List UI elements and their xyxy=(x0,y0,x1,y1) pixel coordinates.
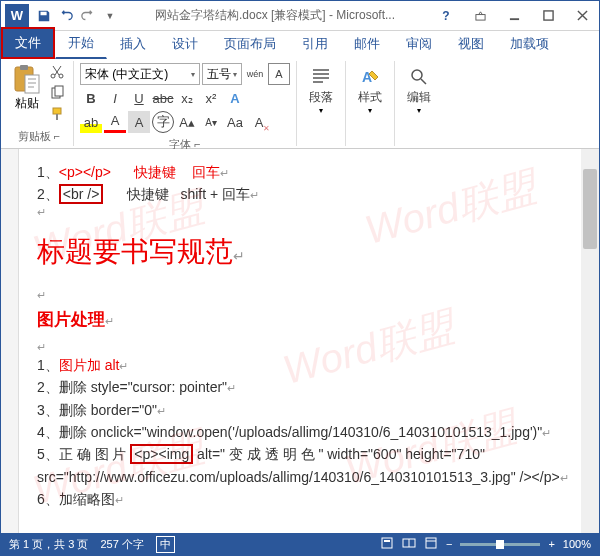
doc-line: 6、加缩略图↵ xyxy=(37,488,563,510)
paragraph-button[interactable]: 段落▾ xyxy=(303,63,339,117)
tab-insert[interactable]: 插入 xyxy=(107,29,159,59)
svg-rect-9 xyxy=(55,86,63,96)
svg-rect-4 xyxy=(20,65,28,70)
zoom-out-icon[interactable]: − xyxy=(446,538,452,550)
para-mark: ↵ xyxy=(37,206,563,219)
maximize-icon[interactable] xyxy=(531,5,565,27)
clear-format-button[interactable]: A✕ xyxy=(248,111,270,133)
styles-icon: A xyxy=(358,65,382,89)
svg-point-7 xyxy=(59,74,63,78)
paste-button[interactable]: 粘贴 xyxy=(11,63,43,123)
format-painter-icon[interactable] xyxy=(47,105,67,123)
svg-rect-15 xyxy=(384,540,390,542)
doc-line: 2、删除 style="cursor: pointer"↵ xyxy=(37,376,563,398)
char-border-button[interactable]: A xyxy=(268,63,290,85)
doc-heading: 标题要书写规范↵ xyxy=(37,233,563,271)
ribbon-tabs: 文件 开始 插入 设计 页面布局 引用 邮件 审阅 视图 加载项 xyxy=(1,31,599,59)
font-color-button[interactable]: A xyxy=(104,111,126,133)
svg-point-6 xyxy=(51,74,55,78)
cut-icon[interactable] xyxy=(47,63,67,81)
qa-undo-icon[interactable] xyxy=(55,5,77,27)
text-effects-button[interactable]: A xyxy=(224,87,246,109)
tab-layout[interactable]: 页面布局 xyxy=(211,29,289,59)
scrollbar-vertical[interactable] xyxy=(581,149,599,533)
qa-redo-icon[interactable] xyxy=(77,5,99,27)
doc-subheading: 图片处理↵ xyxy=(37,308,563,331)
superscript-button[interactable]: x² xyxy=(200,87,222,109)
zoom-level[interactable]: 100% xyxy=(563,538,591,550)
tab-references[interactable]: 引用 xyxy=(289,29,341,59)
tab-home[interactable]: 开始 xyxy=(55,28,107,59)
font-name-combo[interactable]: 宋体 (中文正文)▾ xyxy=(80,63,200,85)
svg-point-13 xyxy=(412,70,422,80)
bold-button[interactable]: B xyxy=(80,87,102,109)
svg-rect-1 xyxy=(509,18,518,20)
copy-icon[interactable] xyxy=(47,84,67,102)
group-clipboard: 粘贴 剪贴板 ⌐ xyxy=(5,61,74,146)
tab-design[interactable]: 设计 xyxy=(159,29,211,59)
help-icon[interactable]: ? xyxy=(429,5,463,27)
qa-dropdown-icon[interactable]: ▼ xyxy=(99,5,121,27)
tab-file[interactable]: 文件 xyxy=(1,27,55,59)
group-editing: 编辑▾ xyxy=(395,61,443,146)
svg-rect-0 xyxy=(475,15,484,20)
grow-font-button[interactable]: A▴ xyxy=(176,111,198,133)
underline-button[interactable]: U xyxy=(128,87,150,109)
svg-rect-17 xyxy=(426,538,436,548)
doc-line: 4、删除 onclick="window.open('/uploads/alli… xyxy=(37,421,563,443)
group-styles: A 样式▾ xyxy=(346,61,395,146)
svg-rect-10 xyxy=(53,108,61,114)
styles-button[interactable]: A 样式▾ xyxy=(352,63,388,117)
editing-button[interactable]: 编辑▾ xyxy=(401,63,437,117)
change-case-button[interactable]: Aa xyxy=(224,111,246,133)
highlight-button[interactable]: ab xyxy=(80,111,102,133)
ruler-vertical[interactable] xyxy=(1,149,19,533)
document-body[interactable]: 1、<p></p> 快捷键 回车↵ 2、<br /> 快捷键 shift + 回… xyxy=(19,149,581,533)
svg-rect-5 xyxy=(25,75,39,93)
tab-review[interactable]: 审阅 xyxy=(393,29,445,59)
status-bar: 第 1 页，共 3 页 257 个字 中 − + 100% xyxy=(1,533,599,555)
close-icon[interactable] xyxy=(565,5,599,27)
tab-view[interactable]: 视图 xyxy=(445,29,497,59)
app-icon: W xyxy=(5,4,29,28)
group-paragraph: 段落▾ xyxy=(297,61,346,146)
tab-addins[interactable]: 加载项 xyxy=(497,29,562,59)
shrink-font-button[interactable]: A▾ xyxy=(200,111,222,133)
zoom-in-icon[interactable]: + xyxy=(548,538,554,550)
zoom-slider[interactable] xyxy=(460,543,540,546)
svg-rect-11 xyxy=(56,114,58,120)
char-shading-button[interactable]: A xyxy=(128,111,150,133)
scroll-thumb[interactable] xyxy=(583,169,597,249)
minimize-icon[interactable] xyxy=(497,5,531,27)
doc-line: 1、图片加 alt↵ xyxy=(37,354,563,376)
ribbon: 粘贴 剪贴板 ⌐ 宋体 (中文正文)▾ 五号▾ wén A B I U abc … xyxy=(1,59,599,149)
view-print-icon[interactable] xyxy=(380,536,394,552)
qa-save-icon[interactable] xyxy=(33,5,55,27)
chevron-down-icon: ▾ xyxy=(191,70,195,79)
status-page[interactable]: 第 1 页，共 3 页 xyxy=(9,537,88,552)
subscript-button[interactable]: x₂ xyxy=(176,87,198,109)
strikethrough-button[interactable]: abc xyxy=(152,87,174,109)
status-language[interactable]: 中 xyxy=(156,536,175,553)
svg-rect-2 xyxy=(543,11,552,20)
enclose-char-button[interactable]: 字 xyxy=(152,111,174,133)
doc-line: src="http://www.officezu.com/uploads/all… xyxy=(37,466,563,488)
doc-line: 3、删除 border="0"↵ xyxy=(37,399,563,421)
paste-icon xyxy=(11,63,43,95)
ribbon-options-icon[interactable] xyxy=(463,5,497,27)
status-word-count[interactable]: 257 个字 xyxy=(100,537,143,552)
tab-mailings[interactable]: 邮件 xyxy=(341,29,393,59)
svg-rect-14 xyxy=(382,538,392,548)
doc-line: 1、<p></p> 快捷键 回车↵ xyxy=(37,161,563,183)
doc-line: 5、正 确 图 片 <p><img alt=" 变 成 透 明 色 " widt… xyxy=(37,443,563,465)
svg-text:A: A xyxy=(362,69,372,85)
italic-button[interactable]: I xyxy=(104,87,126,109)
find-icon xyxy=(407,65,431,89)
paste-label: 粘贴 xyxy=(15,95,39,112)
view-web-icon[interactable] xyxy=(424,536,438,552)
font-size-combo[interactable]: 五号▾ xyxy=(202,63,242,85)
view-read-icon[interactable] xyxy=(402,536,416,552)
para-mark: ↵ xyxy=(37,341,563,354)
group-font: 宋体 (中文正文)▾ 五号▾ wén A B I U abc x₂ x² A a… xyxy=(74,61,297,146)
phonetic-guide-button[interactable]: wén xyxy=(244,63,266,85)
